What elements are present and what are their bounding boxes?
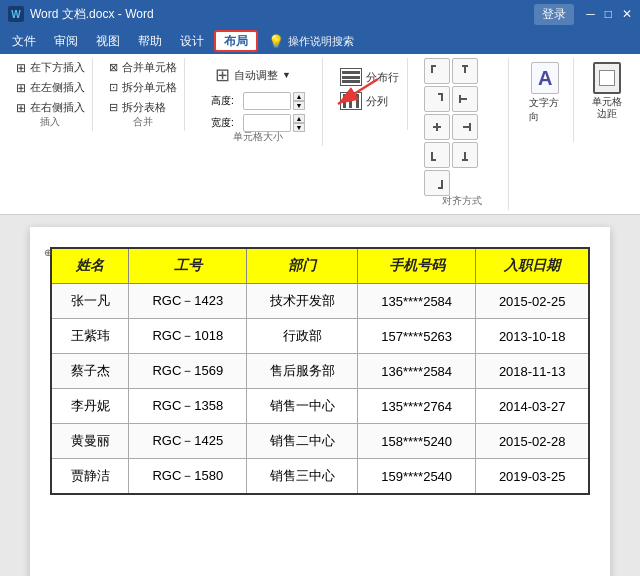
height-label: 高度: (211, 94, 241, 108)
insert-right-icon: ⊞ (16, 101, 26, 115)
distribute-content: 分布行 分列 (334, 58, 405, 126)
svg-rect-11 (469, 123, 471, 131)
text-direction-group: A 文字方向 (517, 58, 574, 142)
cell-r2-c1: RGC－1569 (129, 354, 247, 389)
cell-r5-c1: RGC－1580 (129, 459, 247, 495)
align-top-left-btn[interactable] (424, 58, 450, 84)
align-bottom-center-btn[interactable] (452, 142, 478, 168)
insert-below-btn[interactable]: ⊞ 在下方插入 (10, 58, 91, 77)
auto-adjust-icon: ⊞ (215, 64, 230, 86)
doc-area: ⊕ 姓名 工号 部门 手机号码 入职日期 张一凡RGC－1423技术开发部135… (0, 215, 640, 576)
menu-review[interactable]: 审阅 (46, 30, 86, 52)
cell-margin-label: 单元格边距 (592, 96, 622, 120)
width-down-btn[interactable]: ▼ (293, 123, 305, 132)
cell-size-group-label: 单元格大小 (233, 130, 283, 144)
align-middle-right-btn[interactable] (452, 114, 478, 140)
maximize-btn[interactable]: □ (605, 7, 612, 21)
cell-r0-c2: 技术开发部 (247, 284, 358, 319)
cell-r0-c3: 135****2584 (358, 284, 476, 319)
text-direction-btn[interactable]: A 文字方向 (525, 58, 565, 128)
merge-cells-btn[interactable]: ⊠ 合并单元格 (103, 58, 183, 77)
height-spinner: ▲ ▼ (293, 92, 305, 110)
cell-r1-c1: RGC－1018 (129, 319, 247, 354)
auto-adjust-arrow: ▼ (282, 70, 291, 80)
table-row: 蔡子杰RGC－1569售后服务部136****25842018-11-13 (51, 354, 589, 389)
auto-adjust-label: 自动调整 (234, 68, 278, 83)
align-top-right-btn[interactable] (424, 86, 450, 112)
cell-r2-c3: 136****2584 (358, 354, 476, 389)
align-middle-left-btn[interactable] (452, 86, 478, 112)
merge-cells-icon: ⊠ (109, 61, 118, 74)
insert-left-label: 在左侧插入 (30, 80, 85, 95)
distribute-row-label: 分布行 (366, 70, 399, 85)
title-bar-left: W Word 文档.docx - Word (8, 6, 154, 23)
svg-rect-1 (431, 65, 433, 73)
align-bottom-right-btn[interactable] (424, 170, 450, 196)
cell-r3-c3: 135****2764 (358, 389, 476, 424)
cell-r1-c3: 157****5263 (358, 319, 476, 354)
cell-margin-group: 单元格边距 (582, 58, 632, 138)
height-up-btn[interactable]: ▲ (293, 92, 305, 101)
text-direction-label: 文字方向 (529, 96, 561, 124)
col-header-date: 入职日期 (476, 248, 589, 284)
minimize-btn[interactable]: ─ (586, 7, 595, 21)
height-input[interactable] (243, 92, 291, 110)
menu-layout[interactable]: 布局 (214, 30, 258, 52)
align-bottom-left-btn[interactable] (424, 142, 450, 168)
cell-margin-content: 单元格边距 (587, 58, 627, 138)
table-row: 李丹妮RGC－1358销售一中心135****27642014-03-27 (51, 389, 589, 424)
width-up-btn[interactable]: ▲ (293, 114, 305, 123)
menu-file[interactable]: 文件 (4, 30, 44, 52)
col-header-phone: 手机号码 (358, 248, 476, 284)
cell-r4-c1: RGC－1425 (129, 424, 247, 459)
align-center-btn[interactable] (424, 114, 450, 140)
cell-r2-c4: 2018-11-13 (476, 354, 589, 389)
svg-rect-7 (459, 95, 461, 103)
title-bar: W Word 文档.docx - Word 登录 ─ □ ✕ (0, 0, 640, 28)
split-cells-label: 拆分单元格 (122, 80, 177, 95)
split-cells-icon: ⊡ (109, 81, 118, 94)
insert-left-icon: ⊞ (16, 81, 26, 95)
distribute-row-btn[interactable]: 分布行 (334, 66, 405, 88)
distribute-col-btn[interactable]: 分列 (334, 90, 394, 112)
close-btn[interactable]: ✕ (622, 7, 632, 21)
align-content (424, 58, 500, 210)
cell-size-group: ⊞ 自动调整 ▼ 高度: ▲ ▼ 宽度: (193, 58, 323, 146)
split-table-icon: ⊟ (109, 101, 118, 114)
menu-help[interactable]: 帮助 (130, 30, 170, 52)
align-group: 对齐方式 (416, 58, 509, 210)
distribute-row-icon (340, 68, 362, 86)
cell-r5-c2: 销售三中心 (247, 459, 358, 495)
cell-margin-btn[interactable]: 单元格边距 (587, 58, 627, 124)
align-btns (424, 58, 500, 196)
login-button[interactable]: 登录 (534, 4, 574, 25)
cell-r2-c2: 售后服务部 (247, 354, 358, 389)
align-group-label: 对齐方式 (442, 194, 482, 208)
svg-rect-13 (431, 152, 433, 161)
table-row: 王紫玮RGC－1018行政部157****52632013-10-18 (51, 319, 589, 354)
ribbon-container: ⊞ 在下方插入 ⊞ 在左侧插入 ⊞ 在右侧插入 插入 ⊠ 合并单元格 (0, 54, 640, 215)
table-row: 贾静洁RGC－1580销售三中心159****25402019-03-25 (51, 459, 589, 495)
menu-view[interactable]: 视图 (88, 30, 128, 52)
insert-left-btn[interactable]: ⊞ 在左侧插入 (10, 78, 91, 97)
insert-group-label: 插入 (40, 115, 60, 129)
title-text: Word 文档.docx - Word (30, 6, 154, 23)
search-label: 操作说明搜索 (288, 34, 354, 49)
cell-r1-c4: 2013-10-18 (476, 319, 589, 354)
svg-rect-9 (436, 123, 438, 131)
distribute-col-icon (340, 92, 362, 110)
auto-adjust-btn[interactable]: ⊞ 自动调整 ▼ (211, 62, 295, 88)
doc-page: ⊕ 姓名 工号 部门 手机号码 入职日期 张一凡RGC－1423技术开发部135… (30, 227, 610, 576)
cell-r5-c3: 159****2540 (358, 459, 476, 495)
height-down-btn[interactable]: ▼ (293, 101, 305, 110)
merge-group: ⊠ 合并单元格 ⊡ 拆分单元格 ⊟ 拆分表格 合并 (101, 58, 185, 131)
col-header-id: 工号 (129, 248, 247, 284)
cell-r5-c0: 贾静洁 (51, 459, 129, 495)
cell-r5-c4: 2019-03-25 (476, 459, 589, 495)
cursor-marker: ⊕ (44, 247, 52, 258)
menu-design[interactable]: 设计 (172, 30, 212, 52)
split-cells-btn[interactable]: ⊡ 拆分单元格 (103, 78, 183, 97)
distribute-col-label: 分列 (366, 94, 388, 109)
align-top-center-btn[interactable] (452, 58, 478, 84)
cell-r3-c1: RGC－1358 (129, 389, 247, 424)
